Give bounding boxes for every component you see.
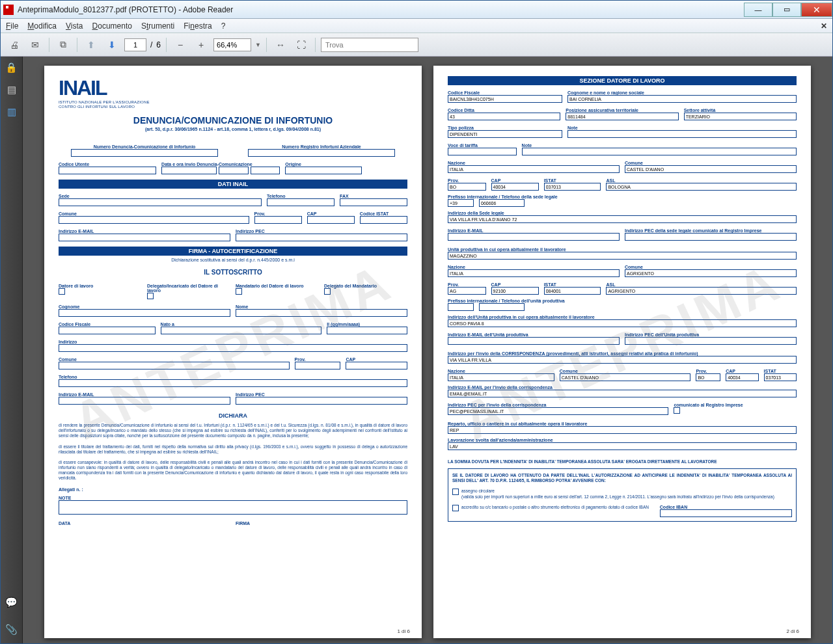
menu-view[interactable]: Vista <box>66 21 83 31</box>
window-title: AnteprimaModulo_8012377.pdf (PROTETTO) -… <box>18 5 233 14</box>
chk-datore <box>59 288 65 295</box>
zoom-input[interactable] <box>213 38 251 51</box>
lbl-data-invio: Data e ora invio Denuncia-Comunicazione <box>161 162 280 167</box>
search-input[interactable] <box>321 38 418 52</box>
doc-subtitle: (art. 53, d.p.r. 30/06/1965 n.1124 - art… <box>59 127 407 131</box>
lbl-num-denuncia: Numero Denuncia-Comunicazione di Infortu… <box>71 144 217 149</box>
menu-window[interactable]: Finestra <box>184 21 212 31</box>
title-bar: AnteprimaModulo_8012377.pdf (PROTETTO) -… <box>1 1 832 19</box>
content-row: 🔒 ▤ ▥ 💬 📎 ANTEPRIMA INAIL ISTITUTO NAZIO… <box>1 57 832 643</box>
chk-delegato <box>147 293 154 299</box>
logo-sub1: ISTITUTO NAZIONALE PER L'ASSICURAZIONE <box>59 100 407 105</box>
menu-file[interactable]: File <box>6 21 18 31</box>
fit-page-icon[interactable]: ⛶ <box>293 36 310 53</box>
logo: INAIL <box>59 76 407 100</box>
zoom-out-icon[interactable]: − <box>172 36 189 53</box>
chk-mandatario <box>236 288 242 295</box>
menu-bar: File Modifica Vista Documento Strumenti … <box>1 19 832 33</box>
window-frame: AnteprimaModulo_8012377.pdf (PROTETTO) -… <box>0 0 833 644</box>
bar-dati-inail: DATI INAIL <box>59 180 407 189</box>
chk-del-mand <box>324 288 331 295</box>
maximize-button[interactable]: ▭ <box>772 3 801 17</box>
fit-width-icon[interactable]: ↔ <box>272 36 289 53</box>
logo-sub2: CONTRO GLI INFORTUNI SUL LAVORO <box>59 105 407 109</box>
bar-sezione-datore: SEZIONE DATORE DI LAVORO <box>448 76 797 85</box>
fld-num-denuncia <box>71 149 217 157</box>
comments-icon[interactable]: 💬 <box>5 597 18 610</box>
lbl-origine: Origine <box>285 162 362 167</box>
close-doc-button[interactable]: ✕ <box>821 21 827 31</box>
page-2: ANTEPRIMA SEZIONE DATORE DI LAVORO Codic… <box>433 66 811 638</box>
menu-document[interactable]: Documento <box>92 21 132 31</box>
notice-box: SE IL DATORE DI LAVORO HA OTTENUTO DA PA… <box>448 468 797 522</box>
zoom-dropdown-icon[interactable]: ▼ <box>255 42 261 48</box>
zoom-in-icon[interactable]: + <box>193 36 210 53</box>
pdf-icon <box>3 5 14 15</box>
page-number-input[interactable] <box>124 38 146 51</box>
print-icon[interactable]: 🖨 <box>6 36 23 53</box>
page-number-2: 2 di 6 <box>786 628 799 634</box>
prev-page-icon[interactable]: ⬆ <box>83 36 100 53</box>
menu-edit[interactable]: Modifica <box>27 21 57 31</box>
minimize-button[interactable]: — <box>744 3 772 17</box>
menu-help[interactable]: ? <box>221 21 226 31</box>
close-button[interactable]: ✕ <box>801 3 832 17</box>
attachments-icon[interactable]: 📎 <box>5 624 18 637</box>
bar-firma: FIRMA - AUTOCERTIFICAZIONE <box>59 247 407 256</box>
pages-icon[interactable]: ⧉ <box>55 36 72 53</box>
lbl-num-registro: Numero Registro Infortuni Aziendale <box>248 144 394 149</box>
bookmarks-icon[interactable]: ▥ <box>5 106 18 119</box>
page-number-1: 1 di 6 <box>397 628 410 634</box>
next-page-icon[interactable]: ⬇ <box>103 36 120 53</box>
doc-title: DENUNCIA/COMUNICAZIONE DI INFORTUNIO <box>59 115 407 126</box>
page-1: ANTEPRIMA INAIL ISTITUTO NAZIONALE PER L… <box>44 66 422 638</box>
lock-icon[interactable]: 🔒 <box>5 62 18 75</box>
email-icon[interactable]: ✉ <box>27 36 44 53</box>
thumbnails-icon[interactable]: ▤ <box>5 84 18 97</box>
side-rail: 🔒 ▤ ▥ 💬 📎 <box>1 57 23 643</box>
menu-tools[interactable]: Strumenti <box>141 21 174 31</box>
fld-num-registro <box>248 149 394 157</box>
lbl-cod-utente: Codice Utente <box>59 162 156 167</box>
page-sep: / <box>150 40 152 49</box>
toolbar: 🖨 ✉ ⧉ ⬆ ⬇ / 6 − + ▼ ↔ ⛶ <box>1 33 832 57</box>
page-total: 6 <box>156 40 161 49</box>
pages-viewport[interactable]: ANTEPRIMA INAIL ISTITUTO NAZIONALE PER L… <box>23 57 832 643</box>
